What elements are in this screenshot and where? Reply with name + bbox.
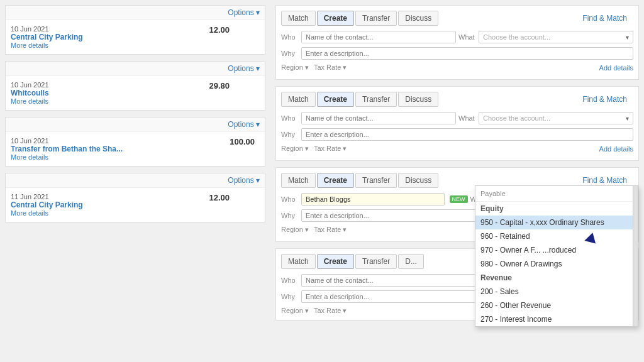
transaction-link-2[interactable]: More details bbox=[11, 97, 197, 105]
transaction-name-3: Transfer from Bethan the Sha... bbox=[11, 145, 184, 153]
form-row-who-2: Who What Choose the account... ▾ bbox=[281, 112, 633, 124]
transaction-link-4[interactable]: More details bbox=[11, 209, 197, 217]
region-select-4[interactable]: Region ▾ bbox=[281, 307, 309, 315]
tab-discuss-4[interactable]: D... bbox=[398, 254, 424, 269]
why-label-2: Why bbox=[281, 131, 299, 138]
tab-match-3[interactable]: Match bbox=[281, 173, 316, 188]
transaction-credit-4 bbox=[235, 193, 260, 217]
dropdown-item-200[interactable]: 200 - Sales bbox=[475, 285, 638, 299]
region-select-2[interactable]: Region ▾ bbox=[281, 145, 309, 153]
new-badge: NEW bbox=[450, 195, 468, 203]
transaction-info-3: 10 Jun 2021 Transfer from Bethan the Sha… bbox=[11, 137, 184, 161]
transaction-card-1: Options ▾ 10 Jun 2021 Central City Parki… bbox=[5, 5, 265, 55]
transaction-name-2: Whitcoulls bbox=[11, 89, 197, 97]
add-details-btn-1[interactable]: Add details bbox=[599, 64, 633, 72]
tab-transfer-2[interactable]: Transfer bbox=[355, 92, 397, 107]
tax-select-3[interactable]: Tax Rate ▾ bbox=[314, 226, 347, 234]
dropdown-item-950[interactable]: 950 - Capital - x,xxx Ordinary Shares bbox=[475, 216, 638, 229]
transaction-link-3[interactable]: More details bbox=[11, 153, 184, 161]
region-select-1[interactable]: Region ▾ bbox=[281, 63, 309, 72]
what-input-1[interactable]: Choose the account... ▾ bbox=[479, 31, 633, 43]
dropdown-item-960[interactable]: 960 - Retained bbox=[475, 229, 638, 243]
tab-transfer-4[interactable]: Transfer bbox=[355, 254, 397, 269]
dropdown-item-payable[interactable]: Payable bbox=[475, 187, 638, 200]
tab-find-match-1[interactable]: Find & Match bbox=[576, 11, 633, 25]
who-input-2[interactable] bbox=[301, 112, 456, 124]
action-panel-1: Match Create Transfer Discuss Find & Mat… bbox=[275, 5, 639, 80]
tab-transfer-3[interactable]: Transfer bbox=[355, 173, 397, 188]
tab-create-1[interactable]: Create bbox=[317, 11, 354, 26]
tab-discuss-1[interactable]: Discuss bbox=[398, 11, 438, 26]
dropdown-item-970[interactable]: 970 - Owner A F... ...roduced bbox=[475, 243, 638, 257]
options-bar-1: Options ▾ bbox=[6, 6, 265, 20]
tab-find-match-2[interactable]: Find & Match bbox=[576, 92, 633, 106]
region-tax-row-2: Region ▾ Tax Rate ▾ Add details bbox=[281, 145, 633, 153]
dropdown-item-980[interactable]: 980 - Owner A Drawings bbox=[475, 257, 638, 271]
transaction-credit-1 bbox=[235, 25, 260, 49]
who-input-3[interactable] bbox=[301, 193, 445, 206]
tab-create-4[interactable]: Create bbox=[317, 254, 354, 269]
tax-select-2[interactable]: Tax Rate ▾ bbox=[314, 145, 347, 153]
why-input-1[interactable] bbox=[301, 47, 633, 60]
transaction-card-4: Options ▾ 11 Jun 2021 Central City Parki… bbox=[5, 173, 265, 222]
who-input-1[interactable] bbox=[301, 31, 456, 43]
options-button-2[interactable]: Options ▾ bbox=[228, 64, 260, 73]
dropdown-item-270[interactable]: 270 - Interest Income bbox=[475, 312, 638, 326]
tax-select-4[interactable]: Tax Rate ▾ bbox=[314, 307, 347, 315]
dropdown-section-revenue: Revenue bbox=[475, 271, 638, 285]
transaction-link-1[interactable]: More details bbox=[11, 41, 197, 49]
dropdown-section-equity: Equity bbox=[475, 202, 638, 216]
region-select-3[interactable]: Region ▾ bbox=[281, 226, 309, 234]
transaction-body-1: 10 Jun 2021 Central City Parking More de… bbox=[6, 20, 265, 54]
tab-discuss-2[interactable]: Discuss bbox=[398, 92, 438, 107]
tab-match-2[interactable]: Match bbox=[281, 92, 316, 107]
tab-create-3[interactable]: Create bbox=[317, 173, 354, 188]
tab-create-2[interactable]: Create bbox=[317, 92, 354, 107]
options-button-3[interactable]: Options ▾ bbox=[228, 120, 260, 129]
transaction-amount-1: 12.00 bbox=[197, 25, 235, 49]
right-panel: Match Create Transfer Discuss Find & Mat… bbox=[270, 0, 644, 362]
options-button-1[interactable]: Options ▾ bbox=[228, 8, 260, 17]
what-input-2[interactable]: Choose the account... ▾ bbox=[479, 112, 633, 124]
transaction-date-3: 10 Jun 2021 bbox=[11, 137, 184, 145]
dropdown-scrollbar[interactable] bbox=[633, 186, 638, 326]
transaction-info-1: 10 Jun 2021 Central City Parking More de… bbox=[11, 25, 197, 49]
transaction-credit-2 bbox=[235, 81, 260, 105]
options-bar-4: Options ▾ bbox=[6, 173, 265, 188]
who-label-2: Who bbox=[281, 114, 299, 122]
options-button-4[interactable]: Options ▾ bbox=[228, 176, 260, 185]
what-arrow-1: ▾ bbox=[626, 34, 629, 41]
what-label-2: What bbox=[458, 114, 476, 122]
transaction-name-1: Central City Parking bbox=[11, 33, 197, 41]
options-bar-3: Options ▾ bbox=[6, 118, 265, 132]
tax-select-1[interactable]: Tax Rate ▾ bbox=[314, 63, 347, 72]
options-bar-2: Options ▾ bbox=[6, 62, 265, 76]
transaction-amount-4: 12.00 bbox=[197, 193, 235, 217]
transaction-body-3: 10 Jun 2021 Transfer from Bethan the Sha… bbox=[6, 132, 265, 166]
add-details-btn-2[interactable]: Add details bbox=[599, 145, 633, 153]
what-arrow-2: ▾ bbox=[626, 115, 629, 122]
dropdown-item-260[interactable]: 260 - Other Revenue bbox=[475, 299, 638, 312]
transaction-date-1: 10 Jun 2021 bbox=[11, 25, 197, 33]
action-panel-3: Match Create Transfer Discuss Find & Mat… bbox=[275, 167, 639, 242]
transaction-date-4: 11 Jun 2021 bbox=[11, 193, 197, 200]
transaction-name-4: Central City Parking bbox=[11, 200, 197, 209]
tab-transfer-1[interactable]: Transfer bbox=[355, 11, 397, 26]
left-panel: Options ▾ 10 Jun 2021 Central City Parki… bbox=[0, 0, 270, 362]
transaction-card-2: Options ▾ 10 Jun 2021 Whitcoulls More de… bbox=[5, 61, 265, 111]
form-row-why-1: Why bbox=[281, 47, 633, 60]
tab-match-1[interactable]: Match bbox=[281, 11, 316, 26]
transaction-amount-2: 29.80 bbox=[197, 81, 235, 105]
who-label-4: Who bbox=[281, 277, 299, 284]
transaction-info-4: 11 Jun 2021 Central City Parking More de… bbox=[11, 193, 197, 217]
form-row-why-2: Why bbox=[281, 128, 633, 141]
who-label-1: Who bbox=[281, 33, 299, 41]
action-panel-2: Match Create Transfer Discuss Find & Mat… bbox=[275, 86, 639, 161]
transaction-body-4: 11 Jun 2021 Central City Parking More de… bbox=[6, 188, 265, 222]
why-input-2[interactable] bbox=[301, 128, 633, 141]
transaction-debit-3 bbox=[184, 137, 222, 161]
account-dropdown[interactable]: Payable Equity 950 - Capital - x,xxx Ord… bbox=[475, 185, 638, 327]
transaction-info-2: 10 Jun 2021 Whitcoulls More details bbox=[11, 81, 197, 105]
tab-discuss-3[interactable]: Discuss bbox=[398, 173, 438, 188]
tab-match-4[interactable]: Match bbox=[281, 254, 316, 269]
